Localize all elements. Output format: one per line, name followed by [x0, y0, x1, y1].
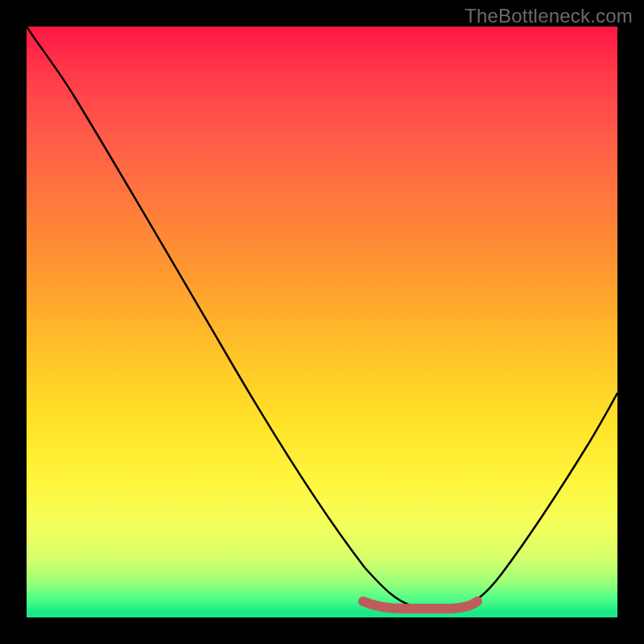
chart-frame: TheBottleneck.com — [0, 0, 644, 644]
curve-layer — [27, 27, 617, 617]
watermark-text: TheBottleneck.com — [464, 5, 633, 27]
optimal-band — [363, 601, 477, 609]
plot-area — [27, 27, 617, 617]
bottleneck-curve — [27, 27, 617, 606]
